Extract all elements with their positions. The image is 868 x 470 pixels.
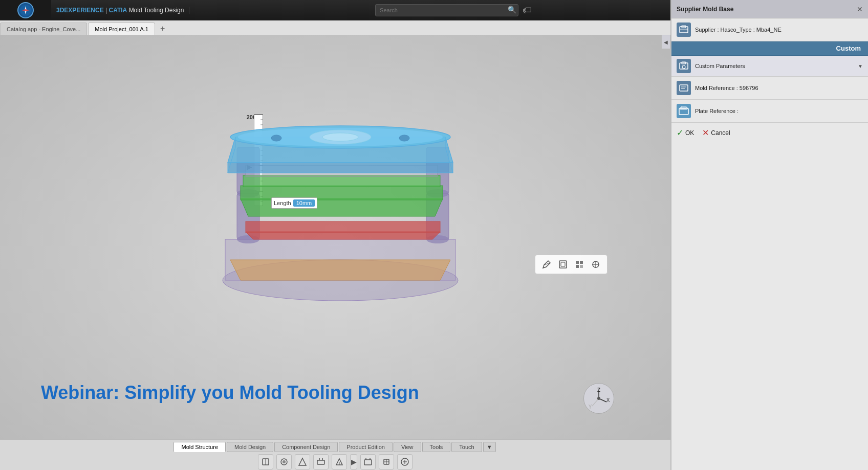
mold-structure-tool-1[interactable]: [258, 454, 273, 469]
compass-icon[interactable]: [17, 2, 34, 18]
supplier-row: Supplier : Hasco_Type : Mba4_NE: [671, 18, 868, 41]
custom-params-label: Custom Parameters: [695, 63, 854, 69]
float-toolbar: [535, 255, 607, 274]
custom-params-row[interactable]: Custom Parameters ▼: [671, 56, 868, 77]
search-wrap: 🔍: [375, 4, 518, 16]
svg-point-40: [271, 135, 281, 141]
mold-structure-tool-6[interactable]: ▶: [350, 454, 357, 469]
tab-mold-design[interactable]: Mold Design: [227, 442, 273, 452]
search-input[interactable]: [375, 4, 518, 16]
panel-header: Supplier Mold Base ✕: [671, 0, 868, 18]
svg-point-60: [597, 397, 600, 400]
svg-text:X: X: [606, 397, 610, 403]
mold-structure-tool-7[interactable]: [360, 454, 376, 469]
svg-rect-34: [243, 175, 440, 187]
crosshair-tool-button[interactable]: [589, 257, 603, 272]
ok-check-icon: ✓: [677, 128, 683, 138]
tab-view[interactable]: View: [394, 442, 421, 452]
tab-mold-project[interactable]: Mold Project_001 A.1: [88, 23, 155, 35]
ok-cancel-row: ✓ OK ✕ Cancel: [671, 123, 868, 143]
svg-rect-45: [559, 261, 567, 268]
svg-rect-47: [576, 261, 579, 264]
tab-tools[interactable]: Tools: [422, 442, 451, 452]
svg-text:Y: Y: [589, 404, 592, 410]
mold-structure-tool-5[interactable]: [332, 454, 347, 469]
svg-point-39: [322, 133, 358, 141]
mold-structure-tool-3[interactable]: [295, 454, 310, 469]
ok-button[interactable]: ✓ OK: [677, 128, 694, 138]
mold-structure-tool-9[interactable]: [397, 454, 413, 469]
supplier-text: Supplier : Hasco_Type : Mba4_NE: [695, 27, 782, 33]
cancel-x-icon: ✕: [702, 128, 709, 138]
right-panel: Supplier Mold Base ✕ Supplier : Hasco_Ty…: [670, 0, 868, 470]
supplier-icon: [677, 23, 691, 37]
product-name: Mold Tooling Design: [129, 7, 184, 14]
svg-marker-77: [299, 458, 306, 465]
webinar-text: Webinar: Simplify you Mold Tooling Desig…: [41, 382, 419, 404]
grid-tool-button[interactable]: [572, 257, 587, 272]
svg-point-41: [399, 135, 409, 141]
svg-rect-32: [246, 221, 440, 233]
tab-mold-structure[interactable]: Mold Structure: [173, 442, 226, 452]
mold-ref-row: Mold Reference : 596796: [671, 77, 868, 100]
compass-widget: Z X Y: [578, 378, 619, 419]
layers-tool-button[interactable]: [556, 257, 570, 272]
collapse-panel-button[interactable]: ◀: [661, 35, 670, 49]
svg-rect-49: [576, 265, 579, 268]
cancel-label: Cancel: [711, 129, 730, 137]
search-bar: 🔍 🏷: [189, 4, 717, 16]
mold-model: [200, 86, 481, 311]
app-name: CATIA: [109, 7, 127, 14]
svg-rect-78: [317, 460, 324, 464]
svg-rect-48: [580, 261, 583, 264]
svg-rect-46: [561, 262, 565, 266]
plate-ref-text: Plate Reference :: [695, 108, 739, 114]
plate-ref-icon: [677, 104, 691, 118]
svg-point-76: [283, 460, 286, 463]
tab-touch[interactable]: Touch: [451, 442, 482, 452]
mold-structure-tool-8[interactable]: [379, 454, 394, 469]
ok-label: OK: [685, 129, 694, 137]
custom-label-box: Custom: [671, 41, 868, 56]
svg-point-66: [682, 65, 685, 69]
plate-ref-row: Plate Reference :: [671, 100, 868, 123]
length-label: Length: [274, 200, 291, 206]
cancel-button[interactable]: ✕ Cancel: [702, 128, 730, 138]
tab-product-edition[interactable]: Product Edition: [339, 442, 393, 452]
logo-area: [0, 0, 51, 20]
tab-component-design[interactable]: Component Design: [274, 442, 338, 452]
app-title: 3DEXPERIENCE | CATIA Mold Tooling Design: [51, 7, 189, 14]
mold-structure-tool-4[interactable]: [313, 454, 329, 469]
length-tooltip: Length 10mm: [271, 197, 317, 209]
viewport: 200: [0, 35, 670, 470]
length-value[interactable]: 10mm: [293, 199, 315, 207]
search-button[interactable]: 🔍: [508, 6, 516, 14]
tabbar: Catalog app - Engine_Cove... Mold Projec…: [0, 20, 670, 35]
compass-inner: Z X Y: [583, 383, 614, 414]
mold-structure-tool-2[interactable]: [276, 454, 292, 469]
svg-rect-82: [364, 460, 372, 465]
svg-rect-67: [680, 85, 688, 91]
tab-catalog[interactable]: Catalog app - Engine_Cove...: [0, 23, 87, 35]
mold-ref-text: Mold Reference : 596796: [695, 85, 758, 91]
tab-expand-button[interactable]: ▼: [483, 442, 496, 452]
custom-expand-icon[interactable]: ▼: [858, 63, 863, 69]
pencil-tool-button[interactable]: [539, 257, 554, 272]
tab-add-button[interactable]: +: [156, 23, 169, 35]
mold-ref-icon: [677, 81, 691, 95]
panel-title: Supplier Mold Base: [677, 6, 857, 13]
panel-close-button[interactable]: ✕: [857, 5, 863, 13]
bottom-tools: ▶: [258, 453, 413, 470]
tag-icon[interactable]: 🏷: [523, 5, 532, 16]
bottom-tabs: Mold Structure Mold Design Component Des…: [173, 440, 496, 453]
experience-brand: 3DEXPERIENCE: [56, 7, 104, 14]
bottom-bar: Mold Structure Mold Design Component Des…: [0, 439, 670, 470]
custom-params-icon: [677, 59, 691, 73]
svg-rect-50: [580, 265, 583, 268]
